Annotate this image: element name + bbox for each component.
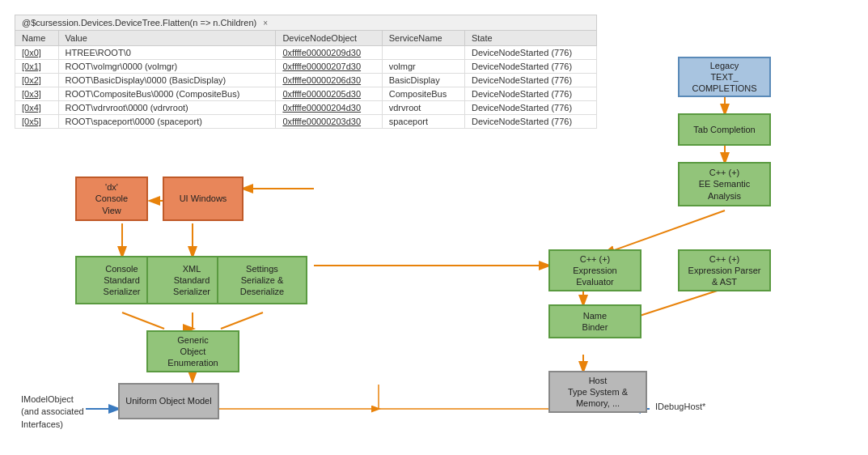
legacy-box: Legacy TEXT_ COMPLETIONS bbox=[678, 57, 771, 97]
tab-completion-label: Tab Completion bbox=[693, 124, 755, 135]
svg-line-12 bbox=[221, 313, 263, 329]
cpp-expr-eval-label: C++ (+) Expression Evaluator bbox=[573, 253, 616, 288]
architecture-diagram: Legacy TEXT_ COMPLETIONS Tab Completion … bbox=[15, 15, 856, 444]
generic-enum-label: Generic Object Enumeration bbox=[167, 334, 218, 369]
tab-completion-box: Tab Completion bbox=[678, 113, 771, 146]
console-serializer-label: Console Standard Serializer bbox=[104, 263, 141, 298]
dx-console-label: 'dx' Console View bbox=[95, 181, 128, 216]
svg-line-2 bbox=[605, 210, 725, 253]
name-binder-label: Name Binder bbox=[582, 310, 608, 334]
idebughost-label: IDebugHost* bbox=[655, 401, 705, 413]
cpp-expr-eval-box: C++ (+) Expression Evaluator bbox=[548, 249, 641, 291]
svg-line-10 bbox=[122, 313, 164, 329]
xml-serializer-label: XML Standard Serializer bbox=[173, 263, 210, 298]
cpp-expr-parser-box: C++ (+) Expression Parser & AST bbox=[678, 249, 771, 291]
cpp-ee-label: C++ (+) EE Semantic Analysis bbox=[699, 167, 751, 202]
uniform-object-box: Uniform Object Model bbox=[118, 383, 219, 419]
dx-console-box: 'dx' Console View bbox=[75, 176, 148, 221]
ui-windows-label: UI Windows bbox=[180, 193, 227, 204]
host-type-label: Host Type System & Memory, ... bbox=[568, 375, 628, 410]
cpp-expr-parser-label: C++ (+) Expression Parser & AST bbox=[688, 253, 761, 288]
name-binder-box: Name Binder bbox=[548, 304, 641, 338]
settings-serialize-box: Settings Serialize & Deserialize bbox=[217, 256, 307, 304]
ui-windows-box: UI Windows bbox=[163, 176, 243, 221]
imodel-label: IModelObject (and associated Interfaces) bbox=[21, 393, 84, 431]
legacy-label: Legacy TEXT_ COMPLETIONS bbox=[692, 60, 756, 95]
settings-serialize-label: Settings Serialize & Deserialize bbox=[240, 263, 284, 298]
host-type-box: Host Type System & Memory, ... bbox=[548, 371, 647, 413]
generic-enum-box: Generic Object Enumeration bbox=[146, 330, 239, 372]
uniform-object-label: Uniform Object Model bbox=[125, 395, 211, 406]
cpp-ee-box: C++ (+) EE Semantic Analysis bbox=[678, 162, 771, 206]
